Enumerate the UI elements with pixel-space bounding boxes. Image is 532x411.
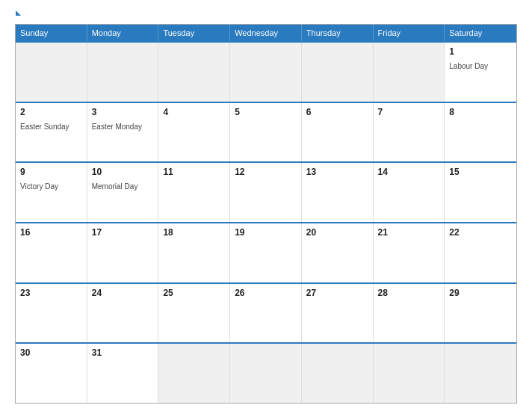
day-number: 2 [20, 107, 82, 117]
logo [15, 15, 21, 16]
day-number: 13 [306, 167, 368, 177]
calendar-header-friday: Friday [374, 25, 445, 41]
calendar-body: 1Labour Day2Easter Sunday3Easter Monday4… [16, 41, 516, 403]
calendar-header-sunday: Sunday [16, 25, 87, 41]
day-number: 22 [449, 227, 512, 238]
day-number: 4 [163, 107, 225, 117]
calendar-cell: 3Easter Monday [87, 103, 159, 162]
day-number: 1 [449, 46, 512, 57]
calendar-cell: 30 [16, 344, 87, 403]
calendar-cell [158, 344, 230, 403]
calendar-page: SundayMondayTuesdayWednesdayThursdayFrid… [0, 0, 532, 411]
calendar-header-thursday: Thursday [302, 25, 374, 41]
calendar-cell: 11 [158, 163, 230, 222]
logo-triangle-icon [16, 10, 21, 16]
calendar-cell: 12 [230, 163, 302, 222]
calendar-cell: 14 [374, 163, 445, 222]
calendar-cell [374, 43, 445, 102]
calendar-header-saturday: Saturday [445, 25, 516, 41]
calendar-cell [445, 344, 516, 403]
day-number: 20 [306, 227, 368, 238]
calendar-cell: 16 [16, 223, 87, 282]
day-number: 18 [163, 227, 225, 238]
day-number: 31 [92, 347, 154, 358]
calendar-week-5: 23242526272829 [16, 282, 516, 343]
calendar-cell [158, 43, 230, 102]
calendar-cell: 17 [87, 223, 159, 282]
calendar-cell [87, 43, 159, 102]
holiday-label: Easter Monday [92, 123, 142, 131]
calendar-cell [230, 344, 302, 403]
calendar-cell: 20 [302, 223, 374, 282]
calendar-cell: 29 [445, 284, 516, 343]
calendar-cell: 1Labour Day [445, 43, 516, 102]
calendar-header-monday: Monday [87, 25, 159, 41]
holiday-label: Easter Sunday [20, 123, 69, 131]
calendar-cell: 5 [230, 103, 302, 162]
calendar-cell: 2Easter Sunday [16, 103, 87, 162]
calendar-cell: 18 [158, 223, 230, 282]
calendar-cell: 6 [302, 103, 374, 162]
calendar-cell: 21 [374, 223, 445, 282]
day-number: 5 [235, 107, 297, 117]
day-number: 29 [449, 288, 512, 298]
calendar-cell: 31 [87, 344, 159, 403]
calendar-header: SundayMondayTuesdayWednesdayThursdayFrid… [16, 25, 516, 41]
calendar-header-tuesday: Tuesday [158, 25, 230, 41]
calendar-cell: 27 [302, 284, 374, 343]
day-number: 12 [235, 167, 297, 177]
calendar: SundayMondayTuesdayWednesdayThursdayFrid… [15, 24, 517, 404]
day-number: 14 [378, 167, 440, 177]
calendar-week-6: 3031 [16, 342, 516, 403]
calendar-header-wednesday: Wednesday [230, 25, 302, 41]
calendar-cell: 22 [445, 223, 516, 282]
day-number: 30 [20, 347, 82, 358]
holiday-label: Memorial Day [92, 182, 138, 191]
calendar-cell [230, 43, 302, 102]
day-number: 24 [92, 288, 154, 298]
day-number: 10 [92, 167, 154, 177]
calendar-cell: 8 [445, 103, 516, 162]
calendar-cell [374, 344, 445, 403]
calendar-cell [302, 43, 374, 102]
day-number: 15 [449, 167, 512, 177]
calendar-cell [16, 43, 87, 102]
calendar-cell: 4 [158, 103, 230, 162]
calendar-cell: 25 [158, 284, 230, 343]
holiday-label: Victory Day [20, 182, 58, 191]
day-number: 26 [235, 288, 297, 298]
day-number: 11 [163, 167, 225, 177]
holiday-label: Labour Day [449, 62, 488, 70]
day-number: 19 [235, 227, 297, 238]
day-number: 25 [163, 288, 225, 298]
calendar-week-2: 2Easter Sunday3Easter Monday45678 [16, 102, 516, 162]
day-number: 23 [20, 288, 82, 298]
day-number: 6 [306, 107, 368, 117]
calendar-cell: 23 [16, 284, 87, 343]
calendar-cell: 15 [445, 163, 516, 222]
calendar-cell: 7 [374, 103, 445, 162]
calendar-week-3: 9Victory Day10Memorial Day1112131415 [16, 161, 516, 222]
calendar-cell: 13 [302, 163, 374, 222]
day-number: 27 [306, 288, 368, 298]
day-number: 7 [378, 107, 440, 117]
day-number: 8 [449, 107, 512, 117]
calendar-cell: 24 [87, 284, 159, 343]
calendar-cell: 10Memorial Day [87, 163, 159, 222]
day-number: 3 [92, 107, 154, 117]
calendar-cell: 19 [230, 223, 302, 282]
calendar-cell: 9Victory Day [16, 163, 87, 222]
header [15, 13, 517, 16]
day-number: 17 [92, 227, 154, 238]
calendar-week-4: 16171819202122 [16, 222, 516, 282]
calendar-cell: 28 [374, 284, 445, 343]
calendar-cell: 26 [230, 284, 302, 343]
calendar-cell [302, 344, 374, 403]
day-number: 9 [20, 167, 82, 177]
day-number: 28 [378, 288, 440, 298]
day-number: 21 [378, 227, 440, 238]
calendar-week-1: 1Labour Day [16, 41, 516, 102]
day-number: 16 [20, 227, 82, 238]
